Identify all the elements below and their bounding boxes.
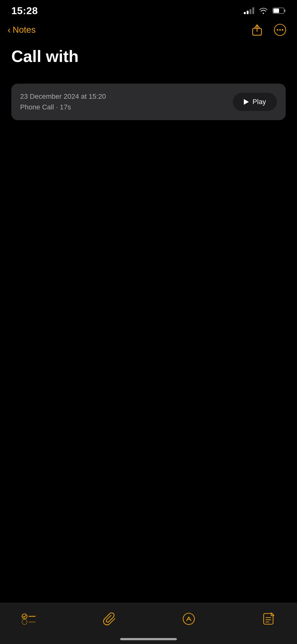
audio-info: 23 December 2024 at 15:20 Phone Call · 1… [20,92,106,111]
status-time: 15:28 [11,5,38,17]
signal-icon [244,7,254,14]
home-indicator [120,638,177,640]
audio-card: 23 December 2024 at 15:20 Phone Call · 1… [11,84,286,120]
play-icon [244,99,249,105]
back-button[interactable]: ‹ Notes [8,25,36,35]
audio-date: 23 December 2024 at 15:20 [20,92,106,101]
back-label: Notes [13,25,36,35]
svg-point-8 [282,29,283,31]
status-bar: 15:28 [0,0,297,19]
status-icons [244,7,286,14]
svg-rect-1 [284,9,285,12]
share-icon [252,24,262,36]
play-button[interactable]: Play [233,93,277,111]
svg-line-15 [189,617,191,621]
back-chevron-icon: ‹ [8,25,11,35]
svg-line-14 [187,617,189,621]
checklist-icon [21,613,36,625]
svg-point-11 [22,619,27,625]
svg-point-7 [279,29,281,31]
svg-point-6 [277,29,278,31]
battery-icon [272,7,286,14]
svg-point-13 [183,613,194,625]
nav-bar: ‹ Notes [0,19,297,41]
note-title: Call with [0,41,297,71]
audio-meta: Phone Call · 17s [20,103,106,111]
svg-point-9 [22,614,27,619]
more-options-button[interactable] [272,22,288,37]
attachment-button[interactable] [101,609,118,628]
svg-rect-17 [264,613,273,624]
new-note-icon [262,612,276,625]
svg-rect-2 [273,8,279,13]
play-label: Play [253,98,266,106]
nav-actions [250,22,288,37]
compose-button[interactable] [180,610,198,628]
compose-icon [182,613,195,625]
share-button[interactable] [250,23,264,37]
new-note-button[interactable] [260,610,278,628]
checklist-button[interactable] [19,610,38,628]
attachment-icon [103,612,115,626]
svg-line-18 [271,613,274,616]
more-options-icon [274,24,286,36]
wifi-icon [259,7,268,14]
